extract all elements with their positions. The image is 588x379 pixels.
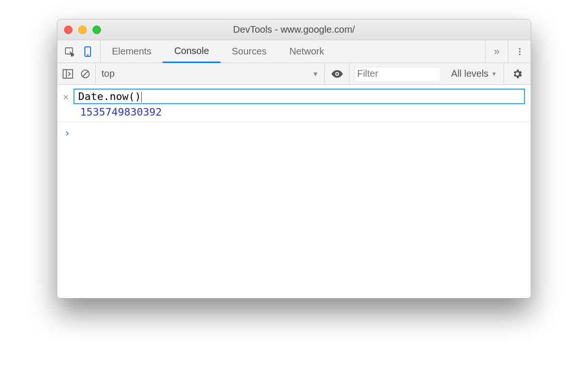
levels-label: All levels [451, 68, 488, 79]
inspect-element-icon[interactable] [64, 46, 75, 57]
svg-rect-6 [63, 70, 73, 78]
filter-input[interactable] [354, 67, 440, 81]
svg-point-3 [519, 48, 520, 49]
gear-icon [512, 68, 523, 80]
filter-cell [349, 63, 444, 84]
tab-sources[interactable]: Sources [220, 40, 278, 63]
tabs-left-controls [57, 40, 101, 63]
eye-icon [331, 69, 344, 79]
devtools-menu-button[interactable] [508, 40, 531, 63]
chevron-right-double-icon: » [494, 45, 499, 58]
tab-elements[interactable]: Elements [101, 40, 163, 63]
live-expression-button[interactable] [325, 63, 349, 84]
console-prompt[interactable]: › [57, 122, 531, 144]
device-toggle-icon[interactable] [82, 46, 93, 57]
live-expression-result: 1535749830392 [80, 106, 525, 118]
panel-tabs: Elements Console Sources Network » [57, 40, 531, 63]
prompt-chevron-icon: › [64, 127, 70, 139]
context-label: top [101, 68, 115, 79]
sidebar-toggle-icon[interactable] [62, 69, 74, 79]
tabs-overflow-button[interactable]: » [485, 40, 508, 63]
console-settings-button[interactable] [504, 68, 531, 80]
caret-down-icon: ▼ [491, 71, 497, 77]
text-caret [141, 92, 142, 102]
devtools-window: DevTools - www.google.com/ Elements Cons… [57, 19, 531, 298]
tab-network[interactable]: Network [278, 40, 335, 63]
console-toolbar: top ▼ All levels ▼ [57, 63, 531, 85]
caret-down-icon: ▼ [312, 70, 319, 78]
clear-console-icon[interactable] [80, 69, 91, 79]
svg-point-11 [336, 73, 338, 75]
console-body: ✕ Date.now() 1535749830392 › [57, 85, 531, 298]
tab-list: Elements Console Sources Network [101, 40, 485, 63]
titlebar: DevTools - www.google.com/ [57, 19, 531, 40]
live-expression-text: Date.now() [78, 90, 141, 102]
live-expression-input[interactable]: Date.now() [74, 89, 525, 104]
tab-console[interactable]: Console [163, 41, 220, 63]
console-toolbar-left [57, 63, 96, 84]
kebab-menu-icon [515, 47, 524, 56]
window-title: DevTools - www.google.com/ [57, 24, 531, 35]
log-levels-selector[interactable]: All levels ▼ [444, 63, 504, 84]
remove-live-expression-icon[interactable]: ✕ [63, 91, 69, 102]
svg-point-5 [519, 54, 520, 55]
execution-context-selector[interactable]: top ▼ [96, 63, 325, 84]
svg-point-4 [519, 51, 520, 52]
svg-line-9 [83, 71, 88, 76]
live-expression-row: ✕ Date.now() 1535749830392 [57, 85, 531, 122]
